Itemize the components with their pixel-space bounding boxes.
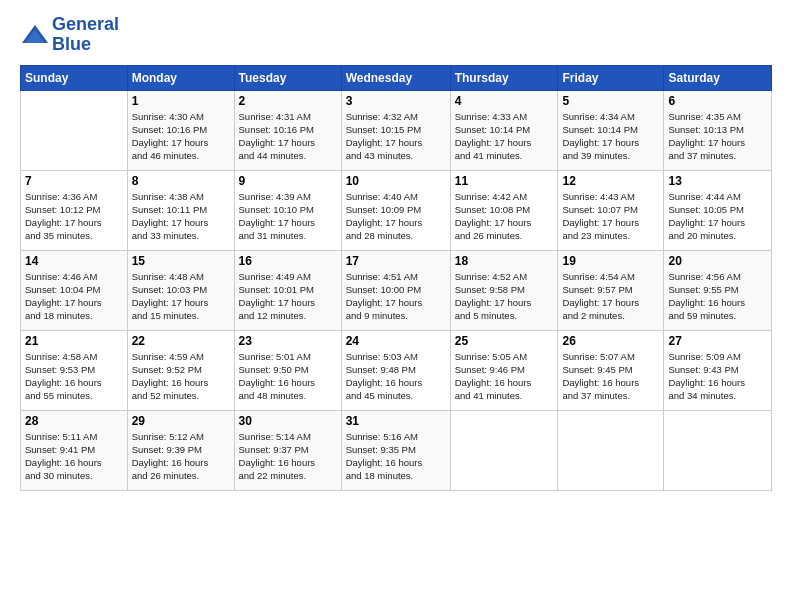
- day-number: 3: [346, 94, 446, 108]
- day-number: 28: [25, 414, 123, 428]
- calendar-cell: [21, 90, 128, 170]
- day-info: Sunrise: 4:54 AMSunset: 9:57 PMDaylight:…: [562, 270, 659, 323]
- day-number: 13: [668, 174, 767, 188]
- day-number: 27: [668, 334, 767, 348]
- calendar-cell: 28Sunrise: 5:11 AMSunset: 9:41 PMDayligh…: [21, 410, 128, 490]
- calendar-cell: 14Sunrise: 4:46 AMSunset: 10:04 PMDaylig…: [21, 250, 128, 330]
- weekday-header-cell: Monday: [127, 65, 234, 90]
- day-info: Sunrise: 5:12 AMSunset: 9:39 PMDaylight:…: [132, 430, 230, 483]
- calendar-week-row: 28Sunrise: 5:11 AMSunset: 9:41 PMDayligh…: [21, 410, 772, 490]
- calendar-cell: 31Sunrise: 5:16 AMSunset: 9:35 PMDayligh…: [341, 410, 450, 490]
- logo: General Blue: [20, 15, 119, 55]
- page: General Blue SundayMondayTuesdayWednesda…: [0, 0, 792, 506]
- calendar-cell: 1Sunrise: 4:30 AMSunset: 10:16 PMDayligh…: [127, 90, 234, 170]
- day-info: Sunrise: 4:43 AMSunset: 10:07 PMDaylight…: [562, 190, 659, 243]
- day-number: 26: [562, 334, 659, 348]
- day-number: 18: [455, 254, 554, 268]
- calendar-body: 1Sunrise: 4:30 AMSunset: 10:16 PMDayligh…: [21, 90, 772, 490]
- calendar-cell: 10Sunrise: 4:40 AMSunset: 10:09 PMDaylig…: [341, 170, 450, 250]
- weekday-header-cell: Sunday: [21, 65, 128, 90]
- calendar-cell: 26Sunrise: 5:07 AMSunset: 9:45 PMDayligh…: [558, 330, 664, 410]
- day-number: 10: [346, 174, 446, 188]
- calendar-cell: 24Sunrise: 5:03 AMSunset: 9:48 PMDayligh…: [341, 330, 450, 410]
- day-number: 24: [346, 334, 446, 348]
- day-info: Sunrise: 4:59 AMSunset: 9:52 PMDaylight:…: [132, 350, 230, 403]
- calendar-cell: 15Sunrise: 4:48 AMSunset: 10:03 PMDaylig…: [127, 250, 234, 330]
- calendar-week-row: 21Sunrise: 4:58 AMSunset: 9:53 PMDayligh…: [21, 330, 772, 410]
- day-info: Sunrise: 5:14 AMSunset: 9:37 PMDaylight:…: [239, 430, 337, 483]
- day-number: 2: [239, 94, 337, 108]
- day-number: 6: [668, 94, 767, 108]
- logo-general: General: [52, 14, 119, 34]
- day-info: Sunrise: 4:40 AMSunset: 10:09 PMDaylight…: [346, 190, 446, 243]
- day-number: 7: [25, 174, 123, 188]
- day-number: 29: [132, 414, 230, 428]
- calendar-cell: 30Sunrise: 5:14 AMSunset: 9:37 PMDayligh…: [234, 410, 341, 490]
- day-info: Sunrise: 4:58 AMSunset: 9:53 PMDaylight:…: [25, 350, 123, 403]
- day-info: Sunrise: 5:16 AMSunset: 9:35 PMDaylight:…: [346, 430, 446, 483]
- header: General Blue: [20, 15, 772, 55]
- day-number: 1: [132, 94, 230, 108]
- day-number: 15: [132, 254, 230, 268]
- day-info: Sunrise: 4:48 AMSunset: 10:03 PMDaylight…: [132, 270, 230, 323]
- calendar-cell: 5Sunrise: 4:34 AMSunset: 10:14 PMDayligh…: [558, 90, 664, 170]
- calendar-week-row: 14Sunrise: 4:46 AMSunset: 10:04 PMDaylig…: [21, 250, 772, 330]
- day-info: Sunrise: 5:01 AMSunset: 9:50 PMDaylight:…: [239, 350, 337, 403]
- day-number: 9: [239, 174, 337, 188]
- day-number: 4: [455, 94, 554, 108]
- calendar-cell: 9Sunrise: 4:39 AMSunset: 10:10 PMDayligh…: [234, 170, 341, 250]
- logo-icon: [20, 23, 50, 47]
- calendar-cell: [450, 410, 558, 490]
- day-number: 21: [25, 334, 123, 348]
- day-number: 5: [562, 94, 659, 108]
- day-number: 30: [239, 414, 337, 428]
- day-number: 20: [668, 254, 767, 268]
- day-number: 8: [132, 174, 230, 188]
- day-info: Sunrise: 4:31 AMSunset: 10:16 PMDaylight…: [239, 110, 337, 163]
- day-number: 14: [25, 254, 123, 268]
- calendar-cell: 13Sunrise: 4:44 AMSunset: 10:05 PMDaylig…: [664, 170, 772, 250]
- calendar-cell: [558, 410, 664, 490]
- calendar-cell: 2Sunrise: 4:31 AMSunset: 10:16 PMDayligh…: [234, 90, 341, 170]
- calendar-cell: 11Sunrise: 4:42 AMSunset: 10:08 PMDaylig…: [450, 170, 558, 250]
- day-info: Sunrise: 4:34 AMSunset: 10:14 PMDaylight…: [562, 110, 659, 163]
- day-number: 31: [346, 414, 446, 428]
- weekday-header-cell: Friday: [558, 65, 664, 90]
- day-number: 23: [239, 334, 337, 348]
- day-info: Sunrise: 4:52 AMSunset: 9:58 PMDaylight:…: [455, 270, 554, 323]
- day-info: Sunrise: 4:44 AMSunset: 10:05 PMDaylight…: [668, 190, 767, 243]
- day-info: Sunrise: 4:33 AMSunset: 10:14 PMDaylight…: [455, 110, 554, 163]
- weekday-header-cell: Wednesday: [341, 65, 450, 90]
- calendar-cell: 29Sunrise: 5:12 AMSunset: 9:39 PMDayligh…: [127, 410, 234, 490]
- day-info: Sunrise: 4:46 AMSunset: 10:04 PMDaylight…: [25, 270, 123, 323]
- day-info: Sunrise: 4:30 AMSunset: 10:16 PMDaylight…: [132, 110, 230, 163]
- day-info: Sunrise: 5:09 AMSunset: 9:43 PMDaylight:…: [668, 350, 767, 403]
- day-info: Sunrise: 4:39 AMSunset: 10:10 PMDaylight…: [239, 190, 337, 243]
- day-number: 19: [562, 254, 659, 268]
- calendar-cell: 22Sunrise: 4:59 AMSunset: 9:52 PMDayligh…: [127, 330, 234, 410]
- day-info: Sunrise: 4:42 AMSunset: 10:08 PMDaylight…: [455, 190, 554, 243]
- day-number: 25: [455, 334, 554, 348]
- day-number: 17: [346, 254, 446, 268]
- calendar-cell: 4Sunrise: 4:33 AMSunset: 10:14 PMDayligh…: [450, 90, 558, 170]
- calendar-cell: 12Sunrise: 4:43 AMSunset: 10:07 PMDaylig…: [558, 170, 664, 250]
- day-info: Sunrise: 5:07 AMSunset: 9:45 PMDaylight:…: [562, 350, 659, 403]
- day-info: Sunrise: 4:32 AMSunset: 10:15 PMDaylight…: [346, 110, 446, 163]
- logo-text: General Blue: [52, 15, 119, 55]
- calendar-cell: 21Sunrise: 4:58 AMSunset: 9:53 PMDayligh…: [21, 330, 128, 410]
- day-info: Sunrise: 5:11 AMSunset: 9:41 PMDaylight:…: [25, 430, 123, 483]
- weekday-header-cell: Saturday: [664, 65, 772, 90]
- day-info: Sunrise: 4:49 AMSunset: 10:01 PMDaylight…: [239, 270, 337, 323]
- calendar-cell: [664, 410, 772, 490]
- calendar-cell: 7Sunrise: 4:36 AMSunset: 10:12 PMDayligh…: [21, 170, 128, 250]
- weekday-header-cell: Tuesday: [234, 65, 341, 90]
- weekday-header-cell: Thursday: [450, 65, 558, 90]
- calendar-cell: 23Sunrise: 5:01 AMSunset: 9:50 PMDayligh…: [234, 330, 341, 410]
- calendar-cell: 17Sunrise: 4:51 AMSunset: 10:00 PMDaylig…: [341, 250, 450, 330]
- calendar-cell: 18Sunrise: 4:52 AMSunset: 9:58 PMDayligh…: [450, 250, 558, 330]
- calendar-cell: 25Sunrise: 5:05 AMSunset: 9:46 PMDayligh…: [450, 330, 558, 410]
- day-number: 12: [562, 174, 659, 188]
- calendar-week-row: 1Sunrise: 4:30 AMSunset: 10:16 PMDayligh…: [21, 90, 772, 170]
- day-info: Sunrise: 4:36 AMSunset: 10:12 PMDaylight…: [25, 190, 123, 243]
- calendar-cell: 20Sunrise: 4:56 AMSunset: 9:55 PMDayligh…: [664, 250, 772, 330]
